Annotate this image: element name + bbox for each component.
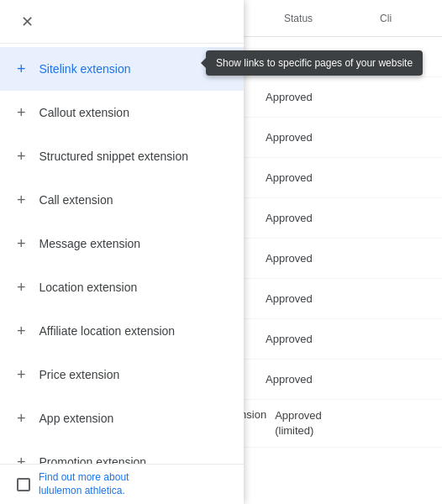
menu-item-label: Sitelink extension [39,62,131,76]
close-button[interactable]: ✕ [13,8,40,35]
plus-icon: + [17,323,26,339]
overlay-header: ✕ [0,0,244,44]
extension-menu-overlay: ✕ + Sitelink extension + Callout extensi… [0,0,244,504]
menu-item-label: Call extension [39,193,113,207]
cell-status: Approved [266,91,333,103]
plus-icon: + [17,367,26,382]
plus-icon: + [17,105,26,120]
col-status: Status [284,13,313,24]
plus-icon: + [17,411,26,426]
close-icon: ✕ [21,13,34,31]
menu-item-affiliate-location[interactable]: + Affiliate location extension [0,309,244,353]
plus-icon: + [17,280,26,295]
cell-status-last: Approved(limited) [275,408,322,438]
sitelink-tooltip: Show links to specific pages of your web… [206,50,423,76]
cell-status: Approved [266,252,333,265]
menu-item-callout[interactable]: + Callout extension [0,91,244,134]
menu-item-app[interactable]: + App extension [0,396,244,440]
cell-status: Approved [266,212,333,224]
menu-item-label: Price extension [39,368,120,381]
col-clicks: Cli [380,13,392,24]
menu-item-call[interactable]: + Call extension [0,178,244,222]
menu-item-label: Callout extension [39,106,129,119]
menu-item-location[interactable]: + Location extension [0,265,244,309]
menu-item-label: Location extension [39,281,138,294]
menu-item-label: Promotion extension [39,455,147,464]
cell-status: Approved [266,131,333,144]
plus-icon: + [17,192,26,207]
plus-icon: + [17,454,26,464]
menu-list: + Sitelink extension + Callout extension… [0,44,244,464]
plus-icon: + [17,61,26,76]
cell-status: Approved [266,292,333,305]
cell-status: Approved [266,373,333,386]
menu-item-price[interactable]: + Price extension [0,353,244,396]
menu-item-label: App extension [39,412,114,425]
cell-status: Approved [266,333,333,345]
cell-status: Approved [266,171,333,184]
menu-item-message[interactable]: + Message extension [0,222,244,265]
bottom-link-text[interactable]: Find out more about lululemon athletica. [39,471,129,497]
plus-icon: + [17,236,26,251]
menu-item-label: Structured snippet extension [39,150,188,163]
plus-icon: + [17,149,26,164]
menu-item-structured-snippet[interactable]: + Structured snippet extension [0,134,244,178]
checkbox-icon[interactable] [17,478,30,491]
menu-item-promotion[interactable]: + Promotion extension [0,440,244,464]
menu-item-label: Message extension [39,237,141,250]
menu-item-label: Affiliate location extension [39,324,176,338]
bottom-bar: Find out more about lululemon athletica. [0,464,244,504]
